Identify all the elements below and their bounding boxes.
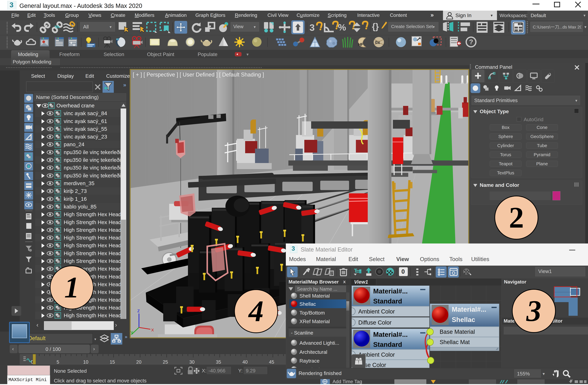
svg-text:Top/Bottom: Top/Bottom	[299, 310, 325, 316]
svg-text:z: z	[137, 308, 140, 313]
svg-text:Ambient Color: Ambient Color	[358, 308, 395, 315]
svg-text:XRef Material: XRef Material	[299, 319, 330, 324]
svg-text:Material#...: Material#...	[373, 288, 408, 295]
svg-text:Standard: Standard	[373, 297, 402, 305]
svg-text:x: x	[151, 327, 154, 332]
svg-text:Shellac: Shellac	[452, 316, 475, 323]
svg-text:Material#...: Material#...	[452, 306, 486, 313]
svg-text:Architectural: Architectural	[299, 349, 327, 355]
svg-text:Diffuse Color: Diffuse Color	[358, 319, 392, 326]
svg-text:Material#...: Material#...	[373, 331, 408, 338]
svg-text:- Scanline: - Scanline	[291, 330, 313, 336]
svg-text:HF: HF	[358, 42, 363, 47]
svg-text:0x: 0x	[375, 40, 380, 45]
svg-text:Shellac Mat: Shellac Mat	[440, 339, 470, 345]
svg-text:Base Material: Base Material	[440, 329, 475, 335]
svg-text:y: y	[131, 329, 133, 335]
svg-text:?: ?	[469, 38, 473, 46]
svg-text:Shell Material: Shell Material	[299, 293, 330, 299]
svg-text:Shellac: Shellac	[299, 301, 316, 307]
svg-text:Standard: Standard	[373, 341, 402, 348]
svg-text:Advanced Lighti...: Advanced Lighti...	[299, 340, 339, 346]
svg-text:Raytrace: Raytrace	[299, 358, 319, 364]
svg-text:[ + ] [ Perspective ] [ User D: [ + ] [ Perspective ] [ User Defined ] […	[133, 72, 264, 78]
